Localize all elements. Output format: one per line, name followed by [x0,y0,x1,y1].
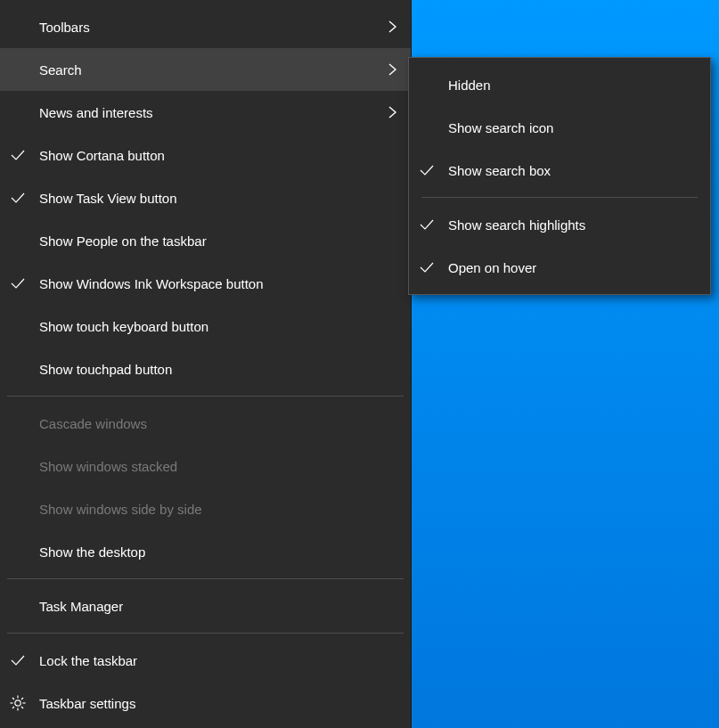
separator [421,197,698,198]
menu-item-task-manager[interactable]: Task Manager [0,585,411,627]
menu-item-show-people-on-the-taskbar[interactable]: Show People on the taskbar [0,219,411,262]
svg-line-7 [12,707,14,708]
menu-item-show-search-icon[interactable]: Show search icon [409,106,710,149]
menu-item-label: News and interests [39,105,380,120]
menu-item-show-windows-side-by-side: Show windows side by side [0,487,411,530]
menu-item-open-on-hover[interactable]: Open on hover [409,246,710,289]
menu-item-label: Show touchpad button [39,362,380,377]
menu-item-show-cortana-button[interactable]: Show Cortana button [0,134,411,176]
menu-item-label: Show windows side by side [39,502,380,517]
menu-item-hidden[interactable]: Hidden [409,63,710,106]
menu-item-label: Cascade windows [39,416,380,431]
chevron-right-icon [380,105,398,119]
menu-item-show-task-view-button[interactable]: Show Task View button [0,176,411,219]
menu-item-show-windows-ink-workspace-button[interactable]: Show Windows Ink Workspace button [0,262,411,305]
chevron-right-icon [380,20,398,34]
menu-item-label: Show search icon [448,120,680,135]
menu-item-label: Taskbar settings [39,696,380,711]
svg-line-8 [21,698,23,699]
menu-item-label: Open on hover [448,260,680,275]
separator [7,633,404,634]
separator [7,578,404,579]
search-submenu: HiddenShow search iconShow search boxSho… [408,57,711,295]
menu-item-taskbar-settings[interactable]: Taskbar settings [0,682,411,724]
menu-item-show-search-highlights[interactable]: Show search highlights [409,203,710,246]
menu-item-show-touchpad-button[interactable]: Show touchpad button [0,348,411,390]
menu-item-label: Hidden [448,78,680,93]
menu-item-label: Show the desktop [39,544,380,560]
gear-icon [9,694,39,712]
svg-point-0 [15,700,20,706]
menu-item-label: Show Cortana button [39,148,380,163]
check-icon [9,274,39,292]
menu-item-label: Task Manager [39,599,380,614]
svg-line-6 [21,707,23,708]
check-icon [418,258,448,276]
chevron-right-icon [380,62,398,77]
check-icon [9,651,39,669]
menu-item-show-the-desktop[interactable]: Show the desktop [0,530,411,573]
menu-item-show-touch-keyboard-button[interactable]: Show touch keyboard button [0,305,411,348]
menu-item-lock-the-taskbar[interactable]: Lock the taskbar [0,639,411,682]
menu-item-label: Toolbars [39,20,380,35]
menu-item-show-search-box[interactable]: Show search box [409,149,710,192]
check-icon [9,189,39,207]
menu-item-label: Show touch keyboard button [39,319,380,334]
menu-item-label: Show windows stacked [39,459,380,474]
separator [7,396,404,397]
menu-item-label: Show search box [448,163,680,178]
check-icon [9,146,39,164]
menu-item-label: Lock the taskbar [39,653,380,668]
menu-item-show-windows-stacked: Show windows stacked [0,445,411,487]
menu-item-toolbars[interactable]: Toolbars [0,5,411,48]
check-icon [418,161,448,179]
menu-item-news-and-interests[interactable]: News and interests [0,91,411,134]
menu-item-label: Search [39,62,380,78]
svg-line-5 [12,698,14,699]
check-icon [418,216,448,233]
menu-item-label: Show search highlights [448,217,680,233]
menu-item-search[interactable]: Search [0,48,411,91]
menu-item-cascade-windows: Cascade windows [0,402,411,445]
menu-item-label: Show Windows Ink Workspace button [39,276,380,291]
menu-item-label: Show People on the taskbar [39,233,380,249]
taskbar-context-menu: ToolbarsSearchNews and interestsShow Cor… [0,0,412,728]
menu-item-label: Show Task View button [39,191,380,206]
